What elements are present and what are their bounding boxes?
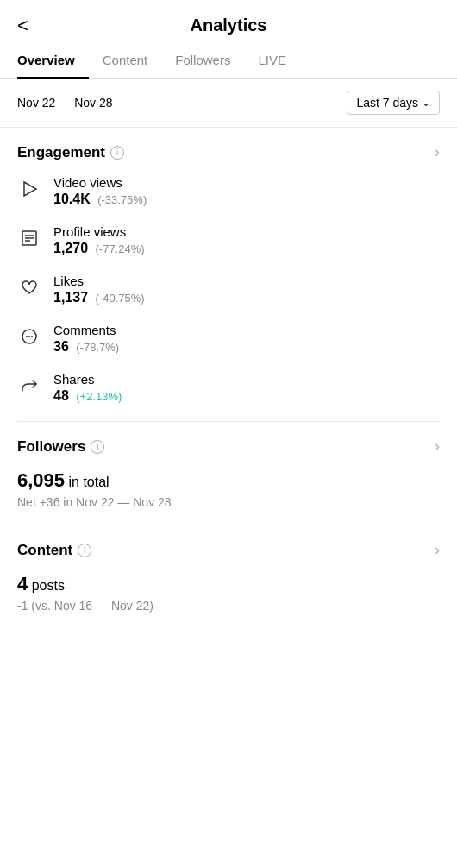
tabs-bar: Overview Content Followers LIVE: [0, 44, 457, 79]
posts-count: 4: [17, 573, 28, 594]
content-title: Content: [17, 542, 72, 559]
metric-content-likes: Likes 1,137 (-40.75%): [53, 274, 145, 305]
video-views-value: 10.4K: [53, 192, 91, 206]
content-chevron-right-icon[interactable]: ›: [435, 541, 440, 559]
profile-views-label: Profile views: [53, 224, 145, 239]
comments-label: Comments: [53, 323, 119, 337]
metric-row-likes: Likes 1,137 (-40.75%): [17, 274, 440, 305]
content-section-header: Content i ›: [17, 541, 440, 559]
followers-total-row: 6,095 in total: [17, 469, 440, 492]
svg-point-8: [31, 336, 33, 337]
metric-content-shares: Shares 48 (+2.13%): [53, 372, 122, 404]
followers-net-label: Net +36 in Nov 22 — Nov 28: [17, 495, 440, 509]
metric-row-video-views: Video views 10.4K (-33.75%): [17, 175, 440, 207]
likes-value-row: 1,137 (-40.75%): [53, 290, 145, 305]
profile-views-change: (-77.24%): [96, 242, 145, 255]
followers-count: 6,095: [17, 469, 65, 491]
chevron-down-icon: ⌄: [422, 97, 430, 109]
back-button[interactable]: <: [17, 15, 28, 37]
profile-views-value: 1,270: [53, 241, 88, 255]
tab-content[interactable]: Content: [89, 44, 162, 78]
video-views-label: Video views: [53, 175, 147, 190]
likes-change: (-40.75%): [96, 292, 145, 305]
svg-marker-0: [24, 182, 36, 196]
page-title: Analytics: [191, 16, 267, 35]
video-views-icon: [17, 177, 41, 201]
content-section: Content i › 4 posts -1 (vs. Nov 16 — Nov…: [0, 525, 457, 613]
date-range-label: Nov 22 — Nov 28: [17, 96, 113, 110]
tab-followers[interactable]: Followers: [161, 44, 244, 78]
metric-row-shares: Shares 48 (+2.13%): [17, 372, 440, 404]
metric-row-comments: Comments 36 (-78.7%): [17, 323, 440, 355]
comments-change: (-78.7%): [76, 341, 119, 354]
comments-value: 36: [53, 339, 69, 354]
followers-title-wrap: Followers i: [17, 438, 104, 456]
engagement-section: Engagement i › Video views 10.4K (-33.75…: [0, 128, 457, 404]
comments-value-row: 36 (-78.7%): [53, 339, 119, 355]
header: < Analytics: [0, 0, 457, 44]
engagement-info-icon[interactable]: i: [110, 146, 124, 160]
video-views-change: (-33.75%): [97, 193, 147, 206]
date-selector-label: Last 7 days: [356, 96, 418, 110]
followers-section-header: Followers i ›: [17, 437, 440, 456]
tab-live[interactable]: LIVE: [244, 44, 300, 78]
metric-content-comments: Comments 36 (-78.7%): [53, 323, 119, 355]
profile-views-value-row: 1,270 (-77.24%): [53, 241, 145, 256]
engagement-title-wrap: Engagement i: [17, 144, 124, 161]
content-title-wrap: Content i: [17, 542, 91, 559]
shares-icon: [17, 374, 41, 398]
comments-icon: [17, 324, 41, 349]
likes-icon: [17, 275, 41, 299]
date-selector-dropdown[interactable]: Last 7 days ⌄: [347, 91, 440, 115]
video-views-value-row: 10.4K (-33.75%): [53, 192, 147, 207]
posts-row: 4 posts: [17, 573, 440, 595]
likes-value: 1,137: [53, 290, 88, 305]
followers-chevron-right-icon[interactable]: ›: [435, 437, 440, 456]
svg-point-6: [26, 336, 28, 337]
metric-row-profile-views: Profile views 1,270 (-77.24%): [17, 224, 440, 256]
shares-change: (+2.13%): [76, 390, 122, 403]
posts-label: posts: [32, 578, 65, 593]
likes-label: Likes: [53, 274, 145, 288]
shares-label: Shares: [53, 372, 122, 387]
followers-title: Followers: [17, 438, 85, 456]
shares-value-row: 48 (+2.13%): [53, 388, 122, 404]
profile-views-icon: [17, 226, 41, 250]
posts-compare-label: -1 (vs. Nov 16 — Nov 22): [17, 599, 440, 613]
followers-info-icon[interactable]: i: [91, 440, 104, 454]
svg-point-7: [28, 336, 30, 337]
shares-value: 48: [53, 388, 69, 403]
followers-in-total-label: in total: [69, 475, 110, 489]
engagement-chevron-right-icon[interactable]: ›: [435, 143, 440, 161]
metric-content-video-views: Video views 10.4K (-33.75%): [53, 175, 147, 207]
tab-overview[interactable]: Overview: [17, 44, 89, 78]
engagement-section-header: Engagement i ›: [17, 143, 440, 161]
followers-section: Followers i › 6,095 in total Net +36 in …: [0, 422, 457, 509]
metric-content-profile-views: Profile views 1,270 (-77.24%): [53, 224, 145, 256]
engagement-title: Engagement: [17, 144, 105, 161]
date-bar: Nov 22 — Nov 28 Last 7 days ⌄: [0, 79, 457, 128]
content-info-icon[interactable]: i: [78, 544, 91, 557]
